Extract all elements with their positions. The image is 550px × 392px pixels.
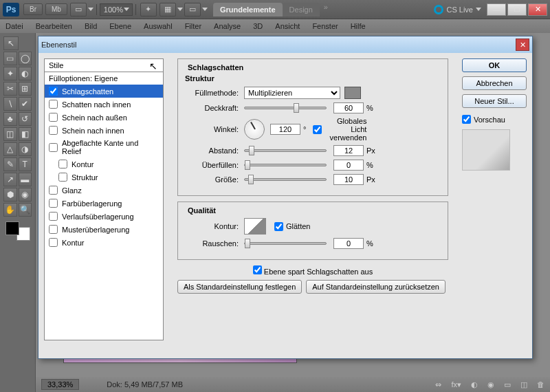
dropdown-icon[interactable] <box>88 8 94 11</box>
workspace-tab-grundelemente[interactable]: Grundelemente <box>213 3 283 17</box>
menu-bild[interactable]: Bild <box>85 22 97 30</box>
zoom-tool-icon[interactable]: 🔍 <box>19 203 32 217</box>
menu-auswahl[interactable]: Auswahl <box>144 22 173 30</box>
link-icon[interactable]: ⇔ <box>435 380 441 389</box>
style-item-inner-shadow[interactable]: Schatten nach innen <box>45 98 163 111</box>
style-item-texture[interactable]: Struktur <box>45 171 163 184</box>
cancel-button[interactable]: Abbrechen <box>462 76 527 90</box>
opacity-slider[interactable] <box>244 107 327 109</box>
color-swatch[interactable] <box>6 221 30 241</box>
menu-datei[interactable]: Datei <box>6 22 23 30</box>
styles-header[interactable]: Stile↖ <box>44 58 164 72</box>
menu-filter[interactable]: Filter <box>185 22 201 30</box>
more-workspaces-icon[interactable]: » <box>320 3 332 17</box>
history-tool-icon[interactable]: ↺ <box>19 112 32 126</box>
noise-input[interactable]: 0 <box>333 238 364 249</box>
folder-icon[interactable]: ▭ <box>504 380 511 389</box>
menu-ebene[interactable]: Ebene <box>109 22 131 30</box>
close-button[interactable]: ✕ <box>528 3 547 16</box>
maximize-button[interactable]: ☐ <box>507 3 527 16</box>
size-slider[interactable] <box>244 178 327 181</box>
style-item-schlagschatten[interactable]: Schlagschatten <box>45 85 163 98</box>
style-item-pattern-overlay[interactable]: Musterüberlagerung <box>45 223 163 236</box>
style-item-gradient-overlay[interactable]: Verlaufsüberlagerung <box>45 210 163 223</box>
lasso-tool-icon[interactable]: ◯ <box>19 52 32 65</box>
reset-default-button[interactable]: Auf Standardeinstellung zurücksetzen <box>306 280 446 294</box>
blend-mode-select[interactable]: Multiplizieren <box>244 87 340 99</box>
menu-3d[interactable]: 3D <box>253 22 263 30</box>
br-button[interactable]: Br <box>23 3 43 15</box>
path-tool-icon[interactable]: ↗ <box>3 173 17 186</box>
wand-tool-icon[interactable]: ✦ <box>3 67 17 80</box>
blend-options-item[interactable]: Fülloptionen: Eigene <box>45 72 163 85</box>
fx-icon[interactable]: fx▾ <box>451 380 461 389</box>
zoom-status[interactable]: 33,33% <box>41 379 79 390</box>
gradient-tool-icon[interactable]: ◧ <box>19 127 32 141</box>
contour-label: Kontur: <box>185 222 239 230</box>
dodge-tool-icon[interactable]: ◑ <box>19 142 32 156</box>
arrange-icon[interactable]: ▦ <box>160 3 176 17</box>
screen-icon[interactable]: ▭ <box>184 3 201 17</box>
ok-button[interactable]: OK <box>462 58 527 72</box>
menu-hilfe[interactable]: Hilfe <box>351 22 366 30</box>
stamp-tool-icon[interactable]: ♣ <box>3 112 17 126</box>
minimize-button[interactable]: — <box>487 3 506 16</box>
menu-bearbeiten[interactable]: Bearbeiten <box>36 22 72 30</box>
type-tool-icon[interactable]: T <box>19 157 32 171</box>
contour-picker[interactable] <box>244 218 266 235</box>
noise-slider[interactable] <box>244 242 327 245</box>
pen-tool-icon[interactable]: ✎ <box>3 157 17 171</box>
screen-mode-icon[interactable]: ▭ <box>70 3 87 17</box>
blur-tool-icon[interactable]: △ <box>3 142 17 156</box>
menu-ansicht[interactable]: Ansicht <box>275 22 300 30</box>
style-item-stroke[interactable]: Kontur <box>45 236 163 249</box>
distance-slider[interactable] <box>244 149 327 152</box>
style-item-contour[interactable]: Kontur <box>45 157 163 171</box>
brush-tool-icon[interactable]: ∖ <box>3 97 17 111</box>
cs-live-button[interactable]: CS Live <box>434 5 481 14</box>
angle-input[interactable]: 120 <box>270 124 300 135</box>
3d-tool-icon[interactable]: ⬢ <box>3 188 17 202</box>
style-item-color-overlay[interactable]: Farbüberlagerung <box>45 197 163 210</box>
trash-icon[interactable]: 🗑 <box>537 380 544 389</box>
eyedrop-tool-icon[interactable]: ◐ <box>19 67 32 80</box>
preview-checkbox[interactable] <box>462 115 471 124</box>
cam-tool-icon[interactable]: ◉ <box>19 188 32 202</box>
style-item-satin[interactable]: Glanz <box>45 184 163 197</box>
mask-icon[interactable]: ◐ <box>471 380 478 389</box>
hand-tool-icon[interactable]: ✋ <box>3 203 17 217</box>
distance-input[interactable]: 12 <box>333 145 364 156</box>
struktur-label: Struktur <box>185 74 441 83</box>
style-item-outer-glow[interactable]: Schein nach außen <box>45 111 163 124</box>
menu-analyse[interactable]: Analyse <box>214 22 241 30</box>
move-tool-icon[interactable]: ↖ <box>3 36 19 50</box>
workspace-tab-design[interactable]: Design <box>283 3 320 17</box>
opacity-input[interactable]: 60 <box>333 102 364 113</box>
doc-size-status: Dok: 5,49 MB/7,57 MB <box>107 380 183 389</box>
smooth-checkbox[interactable] <box>274 222 283 231</box>
knockout-checkbox[interactable] <box>253 265 262 274</box>
new-layer-icon[interactable]: ◫ <box>520 380 527 389</box>
spread-slider[interactable] <box>244 164 327 166</box>
shadow-color-swatch[interactable] <box>344 87 361 99</box>
size-input[interactable]: 10 <box>333 174 364 185</box>
shape-tool-icon[interactable]: ▬ <box>19 173 32 186</box>
menu-fenster[interactable]: Fenster <box>312 22 338 30</box>
zoom-input[interactable]: 100% <box>100 3 133 16</box>
mb-button[interactable]: Mb <box>45 3 67 15</box>
adj-icon[interactable]: ◉ <box>487 380 494 389</box>
dialog-close-button[interactable]: ✕ <box>516 39 529 51</box>
global-light-checkbox[interactable] <box>313 125 322 134</box>
crop-tool-icon[interactable]: ✂ <box>3 82 17 96</box>
slice-tool-icon[interactable]: ⊞ <box>19 82 32 96</box>
marquee-tool-icon[interactable]: ▭ <box>3 52 17 65</box>
new-style-button[interactable]: Neuer Stil... <box>462 94 527 108</box>
eraser-tool-icon[interactable]: ◫ <box>3 127 17 141</box>
make-default-button[interactable]: Als Standardeinstellung festlegen <box>177 280 302 294</box>
style-item-bevel[interactable]: Abgeflachte Kante und Relief <box>45 137 163 157</box>
hand-icon[interactable]: ✦ <box>140 3 157 17</box>
style-item-inner-glow[interactable]: Schein nach innen <box>45 124 163 137</box>
angle-dial[interactable] <box>244 119 265 140</box>
spread-input[interactable]: 0 <box>333 160 364 171</box>
heal-tool-icon[interactable]: ✔ <box>19 97 32 111</box>
